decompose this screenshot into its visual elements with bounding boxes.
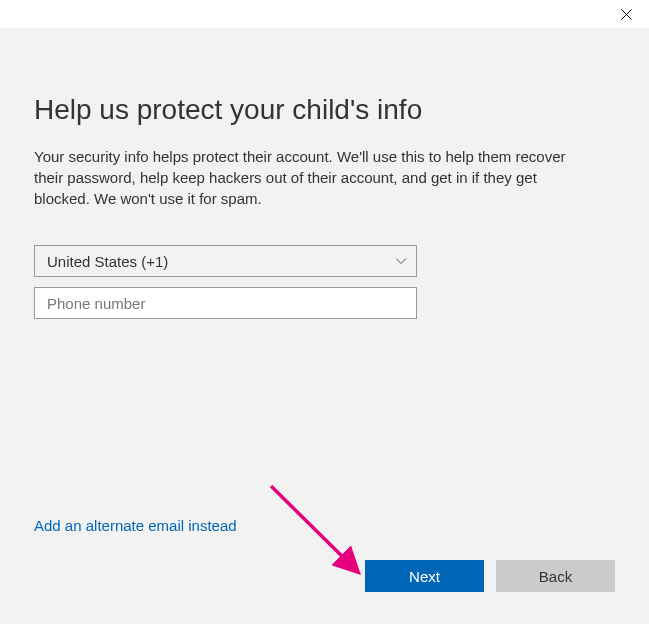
button-row: Next Back [365, 560, 615, 592]
close-button[interactable] [603, 0, 649, 28]
page-title: Help us protect your child's info [34, 94, 615, 126]
annotation-arrow [261, 478, 381, 588]
close-icon [621, 9, 632, 20]
titlebar [0, 0, 649, 28]
svg-line-3 [271, 486, 356, 570]
content-area: Help us protect your child's info Your s… [0, 28, 649, 624]
country-select[interactable]: United States (+1) [34, 245, 417, 277]
back-button[interactable]: Back [496, 560, 615, 592]
phone-input-row [34, 287, 615, 319]
country-select-value: United States (+1) [47, 253, 168, 270]
country-select-row: United States (+1) [34, 245, 615, 277]
country-select-wrap: United States (+1) [34, 245, 417, 277]
alternate-email-link[interactable]: Add an alternate email instead [34, 517, 237, 534]
phone-input[interactable] [34, 287, 417, 319]
next-button[interactable]: Next [365, 560, 484, 592]
page-description: Your security info helps protect their a… [34, 146, 594, 209]
